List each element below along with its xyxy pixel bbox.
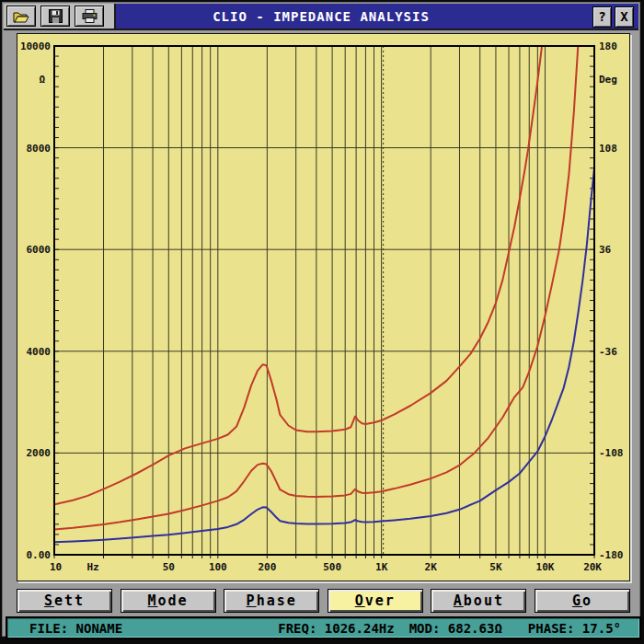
impedance-low-curve: [54, 168, 594, 543]
sett-button-label: Sett: [44, 592, 85, 609]
y-left-tick-label: 8000: [27, 143, 52, 155]
phase-button[interactable]: Phase: [224, 589, 319, 613]
about-button-label: About: [454, 592, 504, 609]
y-right-unit-label: Deg: [599, 74, 617, 86]
status-phase: PHASE: 17.5°: [528, 621, 621, 636]
y-right-tick-label: -36: [599, 346, 617, 358]
x-unit-label: Hz: [86, 561, 98, 573]
x-tick-label: 10: [50, 561, 62, 573]
y-left-unit-label: Ω: [39, 74, 45, 86]
x-tick-label: 100: [209, 561, 227, 573]
status-file: FILE: NONAME: [29, 621, 122, 636]
y-left-tick-label: 10000: [20, 40, 51, 52]
sett-button[interactable]: Sett: [17, 589, 112, 613]
chart-panel: 0.00200040006000800010000Ω-180-108-36361…: [17, 33, 630, 581]
title-bar: CLIO - IMPEDANCE ANALYSIS ? X: [4, 4, 638, 30]
window-title: CLIO - IMPEDANCE ANALYSIS: [4, 9, 638, 24]
close-button[interactable]: X: [615, 6, 634, 28]
x-tick-label: 1K: [375, 561, 388, 573]
y-left-tick-label: 4000: [27, 346, 52, 358]
go-button-label: Go: [572, 592, 592, 609]
help-button[interactable]: ?: [592, 6, 612, 28]
x-tick-label: 50: [163, 561, 175, 573]
x-tick-label: 200: [258, 561, 276, 573]
clio-window: CLIO - IMPEDANCE ANALYSIS ? X 0.00200040…: [0, 0, 644, 644]
y-right-tick-label: -108: [599, 447, 624, 459]
x-tick-label: 2K: [425, 561, 438, 573]
window-body: CLIO - IMPEDANCE ANALYSIS ? X 0.00200040…: [2, 2, 640, 637]
mode-button-label: Mode: [148, 592, 189, 609]
impedance-chart[interactable]: 0.00200040006000800010000Ω-180-108-36361…: [17, 34, 631, 582]
y-right-tick-label: 108: [599, 143, 617, 155]
y-left-tick-label: 0.00: [27, 549, 52, 561]
status-freq: FREQ: 1026.24Hz: [278, 621, 394, 636]
x-tick-label: 500: [323, 561, 341, 573]
over-button[interactable]: Over: [328, 589, 423, 613]
status-mod: MOD: 682.63Ω: [409, 621, 502, 636]
status-bar: FILE: NONAME FREQ: 1026.24Hz MOD: 682.63…: [6, 616, 641, 639]
impedance-high-curve: [54, 34, 547, 504]
y-left-tick-label: 6000: [27, 244, 52, 256]
mode-button[interactable]: Mode: [121, 589, 216, 613]
over-button-label: Over: [355, 592, 396, 609]
go-button[interactable]: Go: [535, 589, 630, 613]
phase-button-label: Phase: [247, 592, 297, 609]
y-right-tick-label: 36: [599, 244, 612, 256]
y-right-tick-label: 180: [599, 40, 617, 52]
x-tick-label: 20K: [583, 561, 602, 573]
x-tick-label: 10K: [536, 561, 555, 573]
command-button-row: Sett Mode Phase Over About Go: [17, 589, 630, 614]
x-tick-label: 5K: [489, 561, 502, 573]
about-button[interactable]: About: [431, 589, 526, 613]
y-left-tick-label: 2000: [27, 447, 52, 459]
y-right-tick-label: -180: [599, 549, 624, 561]
